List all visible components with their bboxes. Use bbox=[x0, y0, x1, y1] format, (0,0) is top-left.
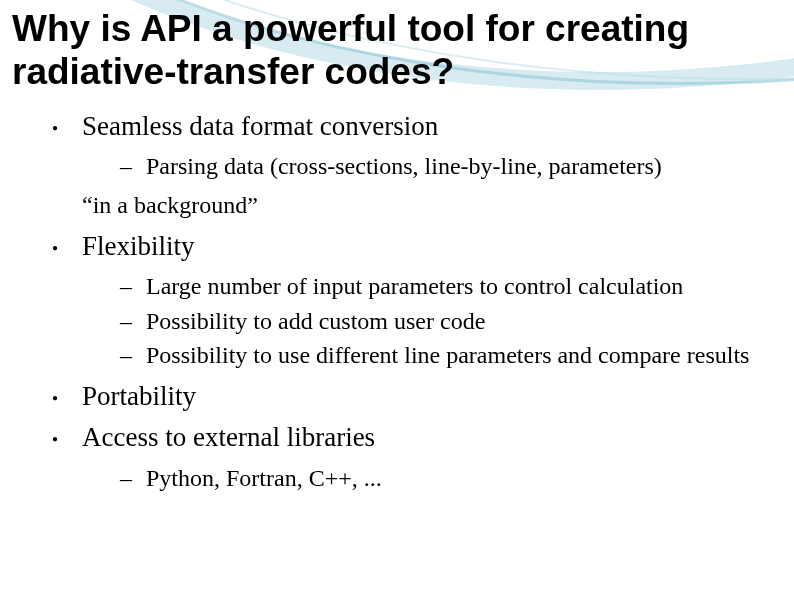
list-item: Possibility to add custom user code bbox=[120, 305, 782, 337]
list-item: Possibility to use different line parame… bbox=[120, 339, 782, 371]
sub-bullet-list: Large number of input parameters to cont… bbox=[120, 270, 782, 371]
bullet-text: Possibility to use different line parame… bbox=[146, 342, 749, 368]
list-item: Python, Fortran, C++, ... bbox=[120, 462, 782, 494]
bullet-text: Flexibility bbox=[82, 231, 195, 261]
slide-title: Why is API a powerful tool for creating … bbox=[12, 8, 782, 93]
list-item: Portability bbox=[52, 377, 782, 416]
bullet-text: Large number of input parameters to cont… bbox=[146, 273, 683, 299]
slide-container: Why is API a powerful tool for creating … bbox=[0, 0, 794, 595]
list-item: Large number of input parameters to cont… bbox=[120, 270, 782, 302]
bullet-text: Possibility to add custom user code bbox=[146, 308, 485, 334]
list-item: Flexibility Large number of input parame… bbox=[52, 227, 782, 371]
bullet-continuation: “in a background” bbox=[82, 189, 782, 221]
bullet-text: Parsing data (cross-sections, line-by-li… bbox=[146, 153, 662, 179]
sub-bullet-list: Parsing data (cross-sections, line-by-li… bbox=[120, 150, 782, 182]
bullet-list: Seamless data format conversion Parsing … bbox=[52, 107, 782, 494]
bullet-text: Python, Fortran, C++, ... bbox=[146, 465, 382, 491]
bullet-text: Portability bbox=[82, 381, 196, 411]
bullet-text: Access to external libraries bbox=[82, 422, 375, 452]
bullet-text: Seamless data format conversion bbox=[82, 111, 438, 141]
list-item: Seamless data format conversion Parsing … bbox=[52, 107, 782, 221]
list-item: Access to external libraries Python, For… bbox=[52, 418, 782, 494]
list-item: Parsing data (cross-sections, line-by-li… bbox=[120, 150, 782, 182]
sub-bullet-list: Python, Fortran, C++, ... bbox=[120, 462, 782, 494]
